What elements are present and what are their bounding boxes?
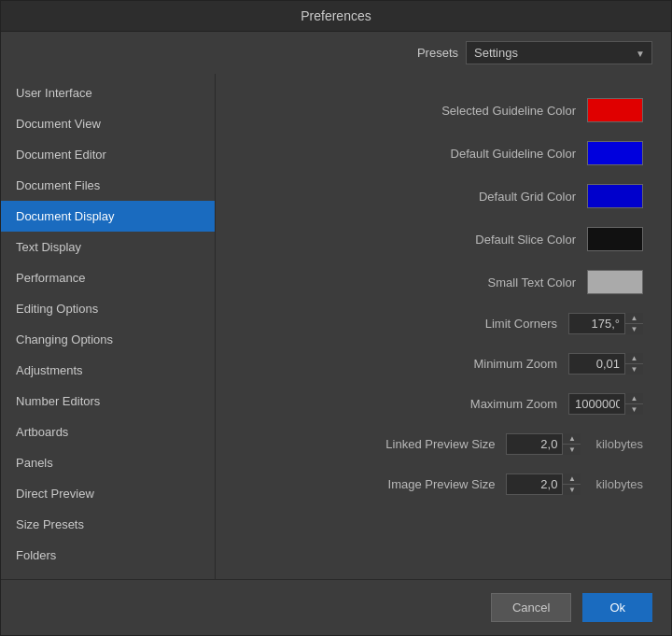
maximum-zoom-label: Maximum Zoom xyxy=(389,397,557,411)
limit-corners-spinner: ▲▼ xyxy=(568,313,643,334)
form-row-limit-corners: Limit Corners▲▼ xyxy=(244,307,643,340)
default-slice-color-label: Default Slice Color xyxy=(408,233,576,247)
maximum-zoom-spinner: ▲▼ xyxy=(568,393,643,415)
small-text-color-label: Small Text Color xyxy=(408,276,576,290)
linked-preview-size-decrement-button[interactable]: ▼ xyxy=(563,445,581,455)
selected-guideline-color-label: Selected Guideline Color xyxy=(408,104,576,118)
limit-corners-increment-button[interactable]: ▲ xyxy=(625,313,643,324)
sidebar: User InterfaceDocument ViewDocument Edit… xyxy=(1,74,216,579)
default-guideline-color-label: Default Guideline Color xyxy=(408,147,576,161)
form-row-image-preview-size: Image Preview Size▲▼kilobytes xyxy=(244,468,643,501)
minimum-zoom-decrement-button[interactable]: ▼ xyxy=(625,364,643,375)
ok-button[interactable]: Ok xyxy=(582,593,652,622)
content-area: Selected Guideline ColorDefault Guidelin… xyxy=(216,74,671,579)
presets-wrapper: Settings Default Custom xyxy=(466,41,652,64)
sidebar-item-document-display[interactable]: Document Display xyxy=(1,201,215,232)
linked-preview-size-spinner: ▲▼ xyxy=(506,433,581,455)
form-row-default-guideline-color: Default Guideline Color xyxy=(244,135,643,171)
maximum-zoom-decrement-button[interactable]: ▼ xyxy=(625,404,643,415)
form-row-small-text-color: Small Text Color xyxy=(244,264,643,300)
sidebar-item-changing-options[interactable]: Changing Options xyxy=(1,324,215,355)
sidebar-item-number-editors[interactable]: Number Editors xyxy=(1,386,215,417)
maximum-zoom-increment-button[interactable]: ▲ xyxy=(625,393,643,404)
linked-preview-size-unit: kilobytes xyxy=(595,437,643,451)
sidebar-item-editing-options[interactable]: Editing Options xyxy=(1,293,215,324)
form-row-default-slice-color: Default Slice Color xyxy=(244,221,643,257)
presets-select[interactable]: Settings Default Custom xyxy=(466,41,652,64)
sidebar-item-performance[interactable]: Performance xyxy=(1,262,215,293)
form-row-linked-preview-size: Linked Preview Size▲▼kilobytes xyxy=(244,428,643,460)
sidebar-item-size-presets[interactable]: Size Presets xyxy=(1,509,215,540)
limit-corners-label: Limit Corners xyxy=(389,317,557,331)
image-preview-size-increment-button[interactable]: ▲ xyxy=(563,473,581,485)
maximum-zoom-spinner-buttons: ▲▼ xyxy=(624,393,643,415)
image-preview-size-label: Image Preview Size xyxy=(327,477,495,491)
preferences-dialog: Preferences Presets Settings Default Cus… xyxy=(0,0,672,636)
sidebar-item-folders[interactable]: Folders xyxy=(1,540,215,571)
image-preview-size-decrement-button[interactable]: ▼ xyxy=(563,485,581,495)
presets-row: Presets Settings Default Custom xyxy=(1,32,671,74)
selected-guideline-color-swatch[interactable] xyxy=(587,98,643,122)
linked-preview-size-label: Linked Preview Size xyxy=(327,437,495,451)
cancel-button[interactable]: Cancel xyxy=(491,593,571,622)
sidebar-item-text-display[interactable]: Text Display xyxy=(1,232,215,262)
sidebar-item-user-interface[interactable]: User Interface xyxy=(1,78,215,108)
limit-corners-spinner-buttons: ▲▼ xyxy=(624,313,643,334)
sidebar-item-adjustments[interactable]: Adjustments xyxy=(1,355,215,386)
title-bar: Preferences xyxy=(1,1,671,32)
image-preview-size-spinner: ▲▼ xyxy=(506,473,581,495)
minimum-zoom-spinner: ▲▼ xyxy=(568,353,643,375)
small-text-color-swatch[interactable] xyxy=(587,270,643,294)
image-preview-size-unit: kilobytes xyxy=(595,477,643,491)
sidebar-item-panels[interactable]: Panels xyxy=(1,447,215,478)
dialog-title: Preferences xyxy=(301,8,371,23)
linked-preview-size-increment-button[interactable]: ▲ xyxy=(563,433,581,445)
limit-corners-decrement-button[interactable]: ▼ xyxy=(625,324,643,334)
sidebar-item-document-view[interactable]: Document View xyxy=(1,108,215,139)
minimum-zoom-increment-button[interactable]: ▲ xyxy=(625,353,643,364)
linked-preview-size-spinner-buttons: ▲▼ xyxy=(562,433,581,455)
sidebar-item-document-files[interactable]: Document Files xyxy=(1,170,215,201)
form-row-minimum-zoom: Minimum Zoom▲▼ xyxy=(244,347,643,380)
form-row-selected-guideline-color: Selected Guideline Color xyxy=(244,92,643,128)
minimum-zoom-label: Minimum Zoom xyxy=(389,357,557,371)
sidebar-item-tolerance[interactable]: Tolerance xyxy=(1,571,215,579)
image-preview-size-spinner-buttons: ▲▼ xyxy=(562,473,581,495)
sidebar-item-direct-preview[interactable]: Direct Preview xyxy=(1,478,215,509)
default-guideline-color-swatch[interactable] xyxy=(587,141,643,165)
form-row-maximum-zoom: Maximum Zoom▲▼ xyxy=(244,388,643,420)
footer: Cancel Ok xyxy=(1,579,671,635)
minimum-zoom-spinner-buttons: ▲▼ xyxy=(624,353,643,375)
default-grid-color-label: Default Grid Color xyxy=(408,190,576,204)
main-content: User InterfaceDocument ViewDocument Edit… xyxy=(1,74,671,579)
default-grid-color-swatch[interactable] xyxy=(587,184,643,208)
default-slice-color-swatch[interactable] xyxy=(587,227,643,251)
form-row-default-grid-color: Default Grid Color xyxy=(244,178,643,214)
sidebar-item-artboards[interactable]: Artboards xyxy=(1,417,215,447)
presets-label: Presets xyxy=(417,46,458,60)
sidebar-item-document-editor[interactable]: Document Editor xyxy=(1,139,215,170)
